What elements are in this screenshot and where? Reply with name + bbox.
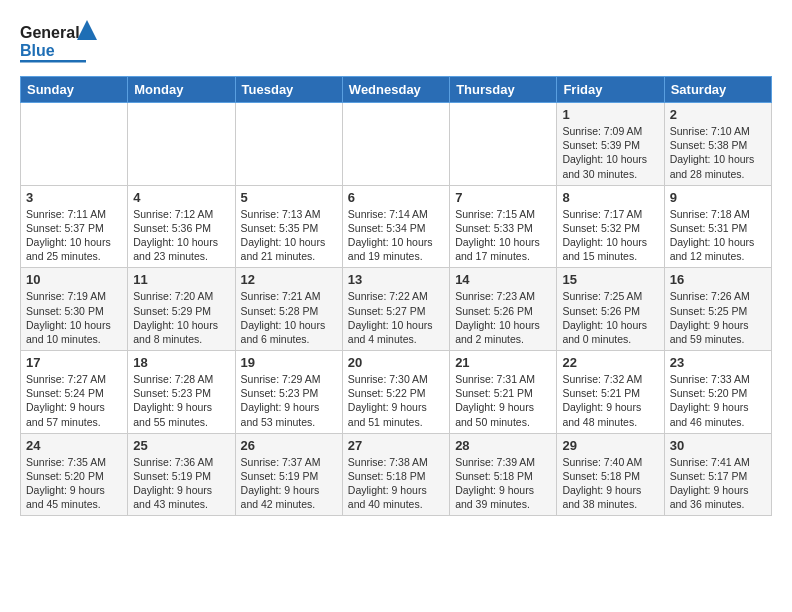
day-info: Sunset: 5:18 PM — [455, 469, 551, 483]
calendar-cell: 5Sunrise: 7:13 AMSunset: 5:35 PMDaylight… — [235, 185, 342, 268]
day-info: Sunrise: 7:21 AM — [241, 289, 337, 303]
day-info: Sunset: 5:19 PM — [133, 469, 229, 483]
day-number: 18 — [133, 355, 229, 370]
day-info: Sunset: 5:32 PM — [562, 221, 658, 235]
day-info: Sunset: 5:34 PM — [348, 221, 444, 235]
calendar-cell: 18Sunrise: 7:28 AMSunset: 5:23 PMDayligh… — [128, 351, 235, 434]
day-info: Sunrise: 7:36 AM — [133, 455, 229, 469]
calendar-cell: 27Sunrise: 7:38 AMSunset: 5:18 PMDayligh… — [342, 433, 449, 516]
day-info: Daylight: 10 hours and 8 minutes. — [133, 318, 229, 346]
day-info: Sunset: 5:28 PM — [241, 304, 337, 318]
calendar-week-5: 24Sunrise: 7:35 AMSunset: 5:20 PMDayligh… — [21, 433, 772, 516]
calendar-cell: 1Sunrise: 7:09 AMSunset: 5:39 PMDaylight… — [557, 103, 664, 186]
calendar-cell: 25Sunrise: 7:36 AMSunset: 5:19 PMDayligh… — [128, 433, 235, 516]
weekday-header-monday: Monday — [128, 77, 235, 103]
day-info: Daylight: 10 hours and 28 minutes. — [670, 152, 766, 180]
calendar-table: SundayMondayTuesdayWednesdayThursdayFrid… — [20, 76, 772, 516]
day-number: 14 — [455, 272, 551, 287]
weekday-header-tuesday: Tuesday — [235, 77, 342, 103]
day-info: Sunrise: 7:32 AM — [562, 372, 658, 386]
day-info: Sunrise: 7:25 AM — [562, 289, 658, 303]
day-info: Sunrise: 7:18 AM — [670, 207, 766, 221]
day-info: Sunrise: 7:31 AM — [455, 372, 551, 386]
day-info: Daylight: 10 hours and 15 minutes. — [562, 235, 658, 263]
svg-text:Blue: Blue — [20, 42, 55, 59]
day-info: Sunrise: 7:09 AM — [562, 124, 658, 138]
day-info: Daylight: 10 hours and 4 minutes. — [348, 318, 444, 346]
day-info: Daylight: 9 hours and 55 minutes. — [133, 400, 229, 428]
day-number: 3 — [26, 190, 122, 205]
day-info: Sunset: 5:23 PM — [241, 386, 337, 400]
day-info: Sunrise: 7:10 AM — [670, 124, 766, 138]
calendar-cell: 12Sunrise: 7:21 AMSunset: 5:28 PMDayligh… — [235, 268, 342, 351]
calendar-week-4: 17Sunrise: 7:27 AMSunset: 5:24 PMDayligh… — [21, 351, 772, 434]
day-info: Daylight: 9 hours and 57 minutes. — [26, 400, 122, 428]
day-number: 5 — [241, 190, 337, 205]
day-info: Sunset: 5:20 PM — [670, 386, 766, 400]
weekday-header-friday: Friday — [557, 77, 664, 103]
day-number: 17 — [26, 355, 122, 370]
day-info: Sunset: 5:25 PM — [670, 304, 766, 318]
day-info: Daylight: 9 hours and 46 minutes. — [670, 400, 766, 428]
calendar-cell: 2Sunrise: 7:10 AMSunset: 5:38 PMDaylight… — [664, 103, 771, 186]
day-number: 6 — [348, 190, 444, 205]
logo-svg: General Blue — [20, 16, 100, 66]
day-info: Sunset: 5:33 PM — [455, 221, 551, 235]
day-info: Sunrise: 7:17 AM — [562, 207, 658, 221]
calendar-week-1: 1Sunrise: 7:09 AMSunset: 5:39 PMDaylight… — [21, 103, 772, 186]
weekday-header-thursday: Thursday — [450, 77, 557, 103]
day-info: Sunset: 5:26 PM — [562, 304, 658, 318]
calendar-cell: 13Sunrise: 7:22 AMSunset: 5:27 PMDayligh… — [342, 268, 449, 351]
day-info: Sunrise: 7:33 AM — [670, 372, 766, 386]
day-info: Sunset: 5:39 PM — [562, 138, 658, 152]
day-info: Sunrise: 7:20 AM — [133, 289, 229, 303]
day-info: Sunrise: 7:29 AM — [241, 372, 337, 386]
day-info: Sunset: 5:30 PM — [26, 304, 122, 318]
day-info: Daylight: 10 hours and 23 minutes. — [133, 235, 229, 263]
day-info: Sunset: 5:21 PM — [562, 386, 658, 400]
day-info: Sunrise: 7:37 AM — [241, 455, 337, 469]
day-info: Daylight: 10 hours and 17 minutes. — [455, 235, 551, 263]
day-info: Sunset: 5:35 PM — [241, 221, 337, 235]
day-info: Sunset: 5:23 PM — [133, 386, 229, 400]
day-number: 7 — [455, 190, 551, 205]
day-number: 9 — [670, 190, 766, 205]
day-info: Daylight: 9 hours and 51 minutes. — [348, 400, 444, 428]
day-info: Daylight: 9 hours and 42 minutes. — [241, 483, 337, 511]
weekday-header-saturday: Saturday — [664, 77, 771, 103]
day-number: 20 — [348, 355, 444, 370]
calendar-cell — [450, 103, 557, 186]
day-info: Sunrise: 7:27 AM — [26, 372, 122, 386]
day-info: Daylight: 9 hours and 40 minutes. — [348, 483, 444, 511]
day-number: 27 — [348, 438, 444, 453]
page: General Blue SundayMondayTuesdayWednesda… — [0, 0, 792, 536]
day-info: Sunset: 5:18 PM — [562, 469, 658, 483]
day-info: Sunset: 5:20 PM — [26, 469, 122, 483]
calendar-cell: 15Sunrise: 7:25 AMSunset: 5:26 PMDayligh… — [557, 268, 664, 351]
day-number: 8 — [562, 190, 658, 205]
day-info: Daylight: 9 hours and 48 minutes. — [562, 400, 658, 428]
calendar-cell: 26Sunrise: 7:37 AMSunset: 5:19 PMDayligh… — [235, 433, 342, 516]
calendar-cell: 4Sunrise: 7:12 AMSunset: 5:36 PMDaylight… — [128, 185, 235, 268]
day-info: Daylight: 9 hours and 38 minutes. — [562, 483, 658, 511]
day-info: Sunrise: 7:39 AM — [455, 455, 551, 469]
svg-rect-3 — [20, 60, 86, 63]
day-info: Sunrise: 7:40 AM — [562, 455, 658, 469]
day-number: 11 — [133, 272, 229, 287]
day-number: 25 — [133, 438, 229, 453]
day-info: Sunrise: 7:22 AM — [348, 289, 444, 303]
calendar-week-3: 10Sunrise: 7:19 AMSunset: 5:30 PMDayligh… — [21, 268, 772, 351]
day-info: Sunset: 5:17 PM — [670, 469, 766, 483]
day-number: 26 — [241, 438, 337, 453]
day-info: Sunset: 5:37 PM — [26, 221, 122, 235]
weekday-header-wednesday: Wednesday — [342, 77, 449, 103]
day-info: Sunset: 5:26 PM — [455, 304, 551, 318]
day-number: 12 — [241, 272, 337, 287]
day-info: Sunset: 5:18 PM — [348, 469, 444, 483]
day-info: Daylight: 9 hours and 43 minutes. — [133, 483, 229, 511]
day-info: Sunset: 5:29 PM — [133, 304, 229, 318]
day-info: Daylight: 9 hours and 45 minutes. — [26, 483, 122, 511]
day-number: 24 — [26, 438, 122, 453]
day-info: Daylight: 10 hours and 19 minutes. — [348, 235, 444, 263]
day-info: Daylight: 10 hours and 2 minutes. — [455, 318, 551, 346]
